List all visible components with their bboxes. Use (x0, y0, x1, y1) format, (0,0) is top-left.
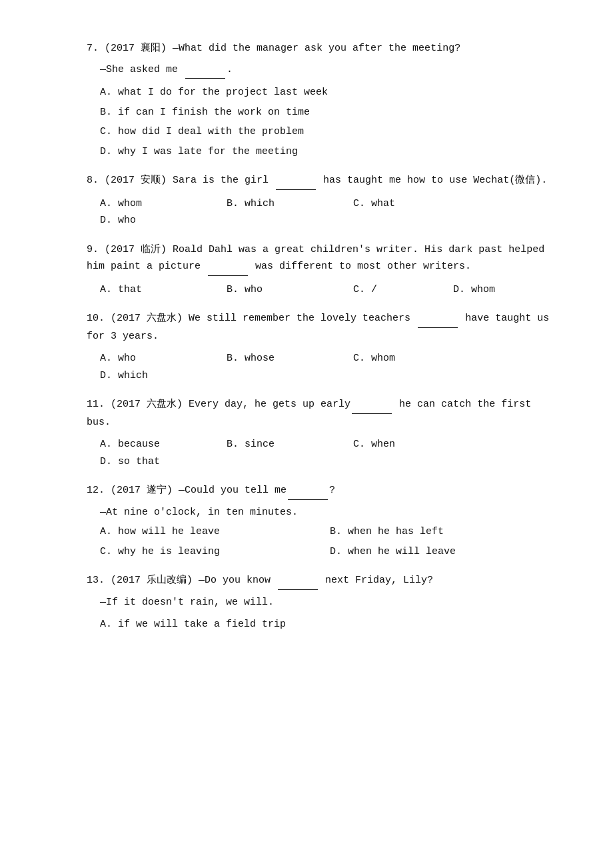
q12-blank (288, 482, 328, 500)
q12-option-b: B. when he has left (330, 523, 560, 541)
q12-text: —Could you tell me ? (179, 485, 335, 496)
q7-text: —What did the manager ask you after the … (173, 43, 460, 54)
q7-option-c: C. how did I deal with the problem (100, 123, 560, 141)
q9-number: 9. (87, 244, 99, 255)
q9-option-a: A. that (100, 281, 207, 299)
page-content: 7. (2017 襄阳) —What did the manager ask y… (87, 40, 560, 633)
q10-options: A. who B. whose C. whom D. which (87, 350, 560, 384)
q7-option-b: B. if can I finish the work on time (100, 104, 560, 121)
q13-options: A. if we will take a field trip (87, 616, 560, 633)
q10-option-a: A. who (100, 350, 207, 367)
q11-option-c: C. when (353, 436, 460, 453)
q13-option-a: A. if we will take a field trip (100, 616, 560, 633)
q8-options: A. whom B. which C. what D. who (87, 195, 560, 229)
q8-option-d: D. who (100, 212, 207, 229)
q9-stem: 9. (2017 临沂) Roald Dahl was a great chil… (87, 241, 560, 276)
q9-options: A. that B. who C. / D. whom (87, 281, 560, 299)
q8-text: Sara is the girl has taught me how to us… (173, 175, 547, 186)
question-7: 7. (2017 襄阳) —What did the manager ask y… (87, 40, 560, 160)
q13-stem: 13. (2017 乐山改编) —Do you know next Friday… (87, 572, 560, 590)
q12-option-a: A. how will he leave (100, 523, 330, 541)
q9-option-d: D. whom (453, 281, 560, 299)
q10-number: 10. (87, 313, 105, 324)
q13-source: (2017 乐山改编) (111, 575, 193, 586)
q11-blank (352, 396, 392, 414)
q12-number: 12. (87, 485, 105, 496)
q11-number: 11. (87, 399, 105, 410)
question-8: 8. (2017 安顺) Sara is the girl has taught… (87, 172, 560, 229)
q10-option-c: C. whom (353, 350, 460, 367)
q10-stem: 10. (2017 六盘水) We still remember the lov… (87, 310, 560, 345)
q9-option-c: C. / (353, 281, 433, 299)
q11-source: (2017 六盘水) (111, 399, 183, 410)
q7-blank (185, 61, 225, 79)
question-12: 12. (2017 遂宁) —Could you tell me ? —At n… (87, 482, 560, 560)
q11-stem: 11. (2017 六盘水) Every day, he gets up ear… (87, 396, 560, 431)
q7-option-a: A. what I do for the project last week (100, 84, 560, 101)
q12-options: A. how will he leave B. when he has left… (87, 523, 560, 560)
q12-option-c: C. why he is leaving (100, 543, 330, 561)
q8-source: (2017 安顺) (105, 175, 167, 186)
q13-stem2: —If it doesn't rain, we will. (87, 594, 560, 611)
q11-option-d: D. so that (100, 453, 207, 471)
q10-blank (418, 310, 458, 328)
question-13: 13. (2017 乐山改编) —Do you know next Friday… (87, 572, 560, 633)
q9-blank (208, 258, 248, 276)
q13-number: 13. (87, 575, 105, 586)
question-11: 11. (2017 六盘水) Every day, he gets up ear… (87, 396, 560, 470)
q7-source: (2017 襄阳) (105, 43, 167, 54)
q9-option-b: B. who (227, 281, 333, 299)
q7-options: A. what I do for the project last week B… (87, 84, 560, 160)
q12-source: (2017 遂宁) (111, 485, 173, 496)
q13-text: —Do you know next Friday, Lily? (199, 575, 433, 586)
q8-stem: 8. (2017 安顺) Sara is the girl has taught… (87, 172, 560, 190)
q7-number: 7. (87, 43, 99, 54)
q8-option-a: A. whom (100, 195, 207, 213)
q13-blank (278, 572, 318, 590)
q12-stem2: —At nine o'clock, in ten minutes. (87, 504, 560, 521)
q12-stem: 12. (2017 遂宁) —Could you tell me ? (87, 482, 560, 500)
q7-option-d: D. why I was late for the meeting (100, 143, 560, 161)
question-9: 9. (2017 临沂) Roald Dahl was a great chil… (87, 241, 560, 299)
q10-source: (2017 六盘水) (111, 313, 183, 324)
q11-option-a: A. because (100, 436, 207, 453)
q10-option-b: B. whose (227, 350, 333, 367)
q8-option-c: C. what (353, 195, 460, 213)
q12-option-d: D. when he will leave (330, 543, 560, 561)
q11-option-b: B. since (227, 436, 333, 453)
q7-stem: 7. (2017 襄阳) —What did the manager ask y… (87, 40, 560, 57)
q8-number: 8. (87, 175, 99, 186)
q10-option-d: D. which (100, 367, 207, 385)
q8-option-b: B. which (227, 195, 333, 213)
q11-options: A. because B. since C. when D. so that (87, 436, 560, 470)
q7-stem2: —She asked me . (87, 61, 560, 79)
question-10: 10. (2017 六盘水) We still remember the lov… (87, 310, 560, 384)
q9-source: (2017 临沂) (105, 244, 167, 255)
q8-blank (276, 172, 316, 190)
